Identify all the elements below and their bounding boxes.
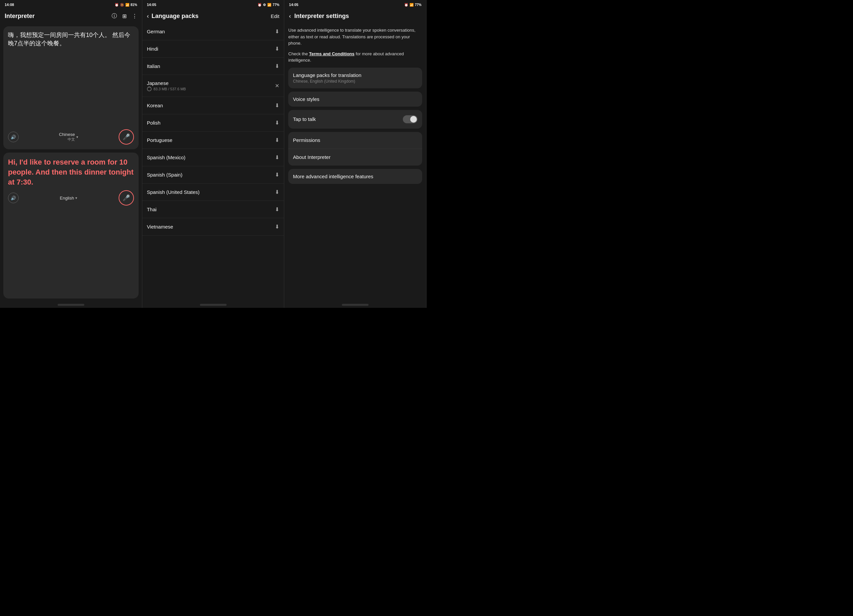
close-icon[interactable]: ✕ [275,83,279,89]
lang-selector-chinese[interactable]: Chinese 中文 ▾ [59,132,78,142]
interpreter-title: Interpreter [5,13,35,20]
tap-to-talk-toggle[interactable] [403,115,417,123]
edit-button[interactable]: Edit [270,13,279,19]
language-list: German ⬇ Hindi ⬇ Italian ⬇ Japanese 83.3… [142,23,284,302]
progress-ring [147,86,152,91]
interpreter-panel: 14:08 ⏰ 🔕 📶 81% Interpreter ⓘ ⊞ ⋮ 嗨，我想预定… [0,0,142,308]
terms-link[interactable]: Terms and Conditions [309,51,355,56]
bottom-bar-3 [342,304,369,306]
permissions-label: Permissions [293,137,320,143]
more-icon[interactable]: ⋮ [132,13,137,19]
download-icon[interactable]: ⬇ [275,28,279,35]
list-item[interactable]: Italian ⬇ [142,58,284,75]
settings-icon-2: ⚙ [263,3,266,7]
download-icon[interactable]: ⬇ [275,137,279,143]
language-packs-card-title: Language packs for translation [293,72,417,78]
layout-icon[interactable]: ⊞ [122,13,127,19]
download-icon[interactable]: ⬇ [275,206,279,212]
list-item[interactable]: Spanish (Mexico) ⬇ [142,149,284,166]
header-icons: ⓘ ⊞ ⋮ [112,13,137,20]
download-icon[interactable]: ⬇ [275,154,279,161]
lang-selector-english[interactable]: English ▾ [60,196,77,200]
info-icon[interactable]: ⓘ [112,13,117,20]
voice-styles-label: Voice styles [293,96,417,102]
time-3: 14:05 [289,3,298,7]
list-item[interactable]: Vietnamese ⬇ [142,218,284,235]
about-label: About Interpreter [293,154,331,160]
lang-label-english: English [60,196,74,200]
wifi-icon-2: 📶 [267,3,271,7]
interpreter-settings-panel: 14:05 ⏰ 📶 77% ‹ Interpreter settings Use… [284,0,426,308]
battery-1: 81% [131,3,137,7]
settings-content: Use advanced intelligence to translate y… [284,23,426,302]
status-bar-3: 14:05 ⏰ 📶 77% [284,0,426,9]
time-2: 14:05 [147,3,156,7]
status-icons-3: ⏰ 📶 77% [404,3,422,7]
settings-header: ‹ Interpreter settings [284,9,426,23]
back-button-3[interactable]: ‹ [289,13,291,20]
tap-to-talk-label: Tap to talk [293,116,316,122]
lang-sub-chinese: 中文 [59,137,75,142]
chinese-bubble: 嗨，我想预定一间房间一共有10个人。 然后今晚7点半的这个晚餐。 🔊 Chine… [3,26,139,149]
chat-area: 嗨，我想预定一间房间一共有10个人。 然后今晚7点半的这个晚餐。 🔊 Chine… [0,23,142,302]
list-item[interactable]: Spanish (Spain) ⬇ [142,166,284,184]
list-item[interactable]: Korean ⬇ [142,97,284,114]
chinese-bubble-footer: 🔊 Chinese 中文 ▾ 🎤 [8,129,134,144]
more-advanced-label: More advanced intelligence features [293,174,417,179]
language-packs-card-sub: Chinese, English (United Kingdom) [293,79,417,83]
download-icon[interactable]: ⬇ [275,120,279,126]
download-icon[interactable]: ⬇ [275,189,279,195]
volume-btn-chinese[interactable]: 🔊 [8,132,19,142]
alarm-icon-2: ⏰ [258,3,261,7]
volume-btn-english[interactable]: 🔊 [8,193,19,203]
download-icon[interactable]: ⬇ [275,46,279,52]
chinese-text: 嗨，我想预定一间房间一共有10个人。 然后今晚7点半的这个晚餐。 [8,31,134,126]
lang-label-chinese: Chinese [59,132,75,137]
download-icon[interactable]: ⬇ [275,102,279,109]
download-icon[interactable]: ⬇ [275,171,279,178]
desc-2-prefix: Check the [288,51,309,56]
settings-group: Permissions About Interpreter [288,132,422,165]
language-packs-card[interactable]: Language packs for translation Chinese, … [288,68,422,88]
lang-pack-header: ‹ Language packs Edit [142,9,284,23]
chevron-down-icon-english: ▾ [75,196,77,200]
tap-to-talk-row[interactable]: Tap to talk [288,110,422,129]
lang-pack-title: Language packs [152,13,199,20]
time-1: 14:08 [5,3,14,7]
english-bubble-footer: 🔊 English ▾ 🎤 [8,190,134,206]
status-icons-1: ⏰ 🔕 📶 81% [115,3,137,7]
list-item[interactable]: Polish ⬇ [142,114,284,132]
voice-styles-card[interactable]: Voice styles [288,92,422,106]
back-button-2[interactable]: ‹ [147,13,149,20]
download-icon[interactable]: ⬇ [275,63,279,69]
permissions-item[interactable]: Permissions [288,132,422,149]
settings-title: Interpreter settings [294,13,349,20]
english-text: Hi, I'd like to reserve a room for 10 pe… [8,157,134,187]
settings-desc-2: Check the Terms and Conditions for more … [288,51,422,64]
list-item[interactable]: Hindi ⬇ [142,40,284,58]
list-item[interactable]: German ⬇ [142,23,284,40]
mic-btn-english[interactable]: 🎤 [118,190,134,206]
battery-3: 77% [415,3,422,7]
list-item[interactable]: Spanish (United States) ⬇ [142,184,284,201]
settings-desc-1: Use advanced intelligence to translate y… [288,27,422,47]
language-packs-panel: 14:05 ⏰ ⚙ 📶 77% ‹ Language packs Edit Ge… [142,0,285,308]
alarm-icon: ⏰ [115,3,118,7]
list-item[interactable]: Japanese 83.3 MB / 537.6 MB ✕ [142,75,284,97]
status-bar-2: 14:05 ⏰ ⚙ 📶 77% [142,0,284,9]
more-advanced-card[interactable]: More advanced intelligence features [288,169,422,184]
about-item[interactable]: About Interpreter [288,149,422,165]
list-item[interactable]: Portuguese ⬇ [142,132,284,149]
english-bubble: Hi, I'd like to reserve a room for 10 pe… [3,153,139,299]
battery-2: 77% [273,3,279,7]
lang-pack-left: ‹ Language packs [147,13,199,20]
interpreter-header: Interpreter ⓘ ⊞ ⋮ [0,9,142,23]
list-item[interactable]: Thai ⬇ [142,201,284,218]
wifi-icon-3: 📶 [410,3,413,7]
status-bar-1: 14:08 ⏰ 🔕 📶 81% [0,0,142,9]
mute-icon: 🔕 [120,3,124,7]
mic-btn-chinese[interactable]: 🎤 [118,129,134,144]
alarm-icon-3: ⏰ [404,3,408,7]
bottom-bar-1 [58,304,84,306]
download-icon[interactable]: ⬇ [275,223,279,230]
